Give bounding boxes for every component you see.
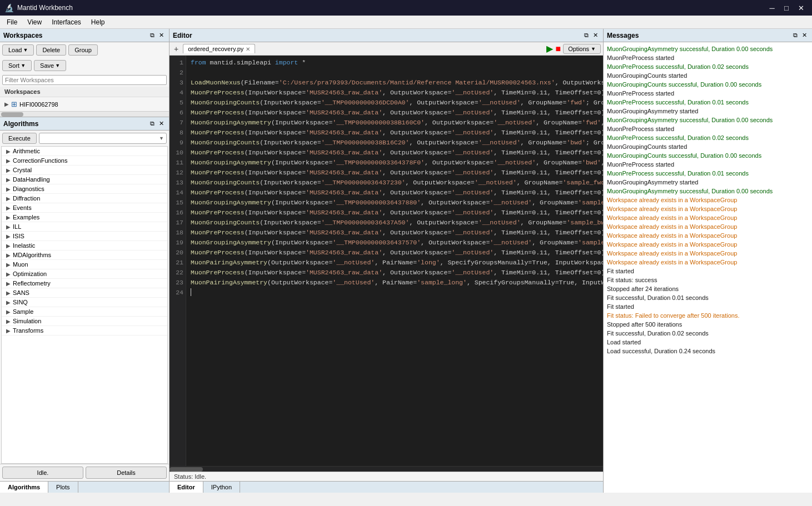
expand-icon: ▶	[6, 158, 11, 164]
algo-tabs: Algorithms Plots	[0, 481, 169, 493]
close-button[interactable]: ✕	[794, 1, 808, 14]
delete-button[interactable]: Delete	[36, 44, 66, 56]
algo-item-reflectometry[interactable]: ▶Reflectometry	[2, 279, 167, 288]
load-button[interactable]: Load ▼	[2, 44, 34, 56]
messages-panel: Messages ⧉ ✕ MuonGroupingAsymmetry succe…	[604, 29, 812, 493]
algo-toolbar: Execute ▼	[0, 131, 169, 146]
messages-panel-header: Messages ⧉ ✕	[604, 29, 812, 42]
menu-interfaces[interactable]: Interfaces	[47, 17, 86, 27]
message-item: MuonPreProcess successful, Duration 0.02…	[607, 62, 809, 71]
algo-search-input[interactable]	[42, 135, 159, 142]
editor-scrollbar-thumb	[170, 467, 203, 472]
algo-label: Transforms	[13, 327, 43, 334]
algo-item-sans[interactable]: ▶SANS	[2, 288, 167, 298]
algo-list[interactable]: ▶Arithmetic ▶CorrectionFunctions ▶Crysta…	[1, 146, 168, 464]
algo-item-sample[interactable]: ▶Sample	[2, 307, 167, 317]
algo-item-sinq[interactable]: ▶SINQ	[2, 298, 167, 307]
menu-help[interactable]: Help	[87, 17, 109, 27]
message-item: Load successful, Duration 0.24 seconds	[607, 347, 809, 355]
message-item: MuonGroupingCounts successful, Duration …	[607, 151, 809, 160]
message-item: Workspace already exists in a WorkspaceG…	[607, 258, 809, 267]
algo-item-muon[interactable]: ▶Muon	[2, 260, 167, 269]
expand-icon: ▶	[6, 214, 11, 221]
tab-algorithms[interactable]: Algorithms	[0, 482, 48, 493]
algo-label: MDAlgorithms	[13, 252, 51, 258]
messages-float-button[interactable]: ⧉	[791, 31, 799, 39]
app-icon: 🔬	[4, 3, 14, 12]
algorithms-close-button[interactable]: ✕	[157, 119, 166, 128]
expand-icon: ▶	[6, 252, 11, 258]
menu-file[interactable]: File	[2, 17, 22, 27]
workspaces-title: Workspaces	[3, 32, 42, 39]
message-item: MuonGroupingAsymmetry started	[607, 107, 809, 116]
expand-icon: ▶	[6, 243, 11, 249]
editor-scrollbar[interactable]	[170, 466, 603, 472]
algo-item-simulation[interactable]: ▶Simulation	[2, 317, 167, 326]
workspace-item[interactable]: ▶ ⊞ HIFI00062798	[0, 98, 169, 110]
algorithms-float-button[interactable]: ⧉	[148, 119, 156, 128]
algo-label: Inelastic	[13, 242, 35, 249]
filter-workspaces-input[interactable]	[2, 75, 167, 85]
stop-button[interactable]: ■	[555, 44, 561, 54]
editor-tab[interactable]: ordered_recovery.py ✕	[183, 44, 255, 53]
algo-label: Optimization	[13, 270, 47, 277]
algo-item-isis[interactable]: ▶ISIS	[2, 232, 167, 241]
maximize-button[interactable]: □	[780, 1, 793, 14]
app-title: Mantid Workbench	[17, 4, 73, 12]
messages-title: Messages	[607, 32, 639, 39]
new-tab-button[interactable]: +	[172, 44, 181, 54]
menu-view[interactable]: View	[23, 17, 46, 27]
workspaces-close-button[interactable]: ✕	[157, 31, 166, 39]
algo-item-transforms[interactable]: ▶Transforms	[2, 326, 167, 335]
code-editor[interactable]: 12345 678910 1112131415 1617181920 21222…	[170, 56, 603, 466]
editor-title: Editor	[173, 32, 192, 39]
group-button[interactable]: Group	[68, 44, 98, 56]
workspace-horizontal-scrollbar[interactable]	[0, 111, 169, 117]
editor-float-button[interactable]: ⧉	[582, 31, 590, 39]
tab-plots[interactable]: Plots	[48, 482, 78, 493]
sort-button[interactable]: Sort ▼	[2, 60, 32, 71]
code-content[interactable]: from mantid.simpleapi import * LoadMuonN…	[186, 56, 603, 466]
details-button[interactable]: Details	[86, 467, 167, 479]
algo-item-crystal[interactable]: ▶Crystal	[2, 166, 167, 175]
expand-icon: ▶	[6, 318, 11, 324]
messages-content[interactable]: MuonGroupingAsymmetry successful, Durati…	[604, 42, 812, 493]
status-text: Status: Idle.	[174, 473, 206, 480]
algo-item-mdalgorithms[interactable]: ▶MDAlgorithms	[2, 251, 167, 260]
line-numbers: 12345 678910 1112131415 1617181920 21222…	[170, 56, 186, 466]
execute-button[interactable]: Execute	[2, 133, 37, 144]
messages-close-button[interactable]: ✕	[800, 31, 809, 39]
title-bar: 🔬 Mantid Workbench ─ □ ✕	[0, 0, 812, 16]
algo-item-events[interactable]: ▶Events	[2, 203, 167, 213]
tab-editor[interactable]: Editor	[170, 482, 203, 493]
algo-label: Sample	[13, 308, 33, 315]
expand-icon: ▶	[6, 224, 11, 230]
save-button[interactable]: Save ▼	[34, 60, 66, 71]
workspaces-panel-controls[interactable]: ⧉ ✕	[148, 31, 166, 39]
algo-item-examples[interactable]: ▶Examples	[2, 213, 167, 222]
run-button[interactable]: ▶	[546, 43, 553, 54]
algo-search-box: ▼	[39, 133, 167, 144]
algo-item-ill[interactable]: ▶ILL	[2, 222, 167, 232]
algorithms-panel-controls[interactable]: ⧉ ✕	[148, 119, 166, 128]
algo-item-inelastic[interactable]: ▶Inelastic	[2, 241, 167, 251]
algo-item-correctionfunctions[interactable]: ▶CorrectionFunctions	[2, 156, 167, 166]
tab-ipython[interactable]: IPython	[203, 482, 240, 493]
title-bar-controls[interactable]: ─ □ ✕	[765, 1, 808, 14]
algo-item-arithmetic[interactable]: ▶Arithmetic	[2, 147, 167, 156]
algo-item-optimization[interactable]: ▶Optimization	[2, 269, 167, 279]
expand-icon: ▶	[6, 309, 11, 315]
algo-item-datahandling[interactable]: ▶DataHandling	[2, 175, 167, 184]
tab-close-icon[interactable]: ✕	[246, 46, 250, 52]
idle-button[interactable]: Idle.	[2, 467, 83, 479]
messages-panel-controls[interactable]: ⧉ ✕	[791, 31, 809, 39]
editor-panel-controls[interactable]: ⧉ ✕	[582, 31, 600, 39]
message-item: MuonGroupingCounts started	[607, 71, 809, 80]
algo-item-diffraction[interactable]: ▶Diffraction	[2, 194, 167, 203]
algo-item-diagnostics[interactable]: ▶Diagnostics	[2, 184, 167, 194]
minimize-button[interactable]: ─	[765, 1, 779, 14]
workspaces-float-button[interactable]: ⧉	[148, 31, 156, 39]
editor-close-button[interactable]: ✕	[591, 31, 600, 39]
message-item: Fit started	[607, 302, 809, 311]
options-button[interactable]: Options ▼	[563, 44, 601, 54]
